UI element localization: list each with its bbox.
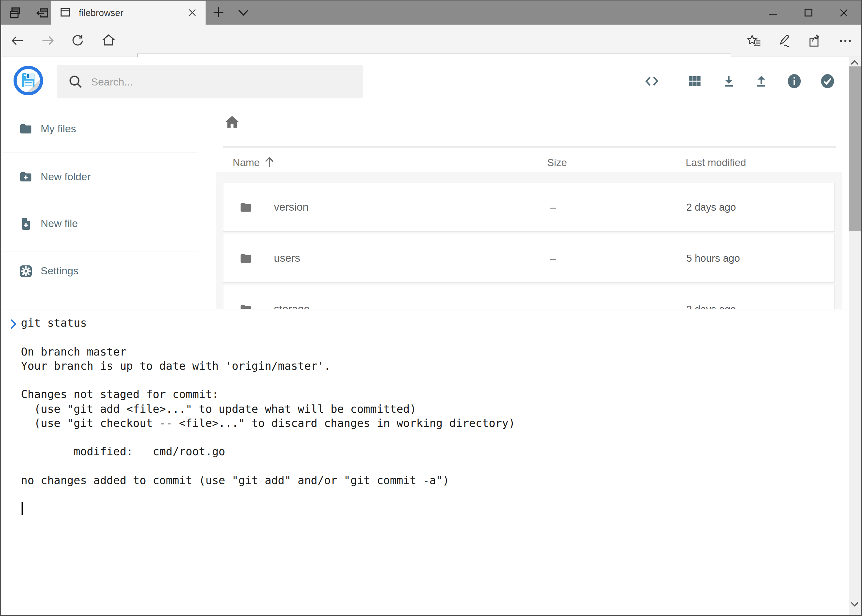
upload-icon[interactable] [753, 73, 769, 89]
file-name: version [274, 201, 309, 214]
file-row-version[interactable]: version – 2 days ago [223, 183, 835, 232]
new-tab-button[interactable] [212, 6, 225, 19]
file-modified: 2 days ago [686, 201, 736, 213]
sidebar-item-settings[interactable]: Settings [0, 256, 198, 286]
download-icon[interactable] [721, 73, 737, 89]
column-header-size[interactable]: Size [547, 157, 567, 168]
navigation-bar: filebrowser.web/files/ [0, 25, 862, 57]
scroll-down-icon[interactable] [850, 600, 859, 608]
app-logo-floppy-icon[interactable] [14, 66, 43, 95]
folder-icon [239, 201, 253, 215]
gear-icon [19, 264, 33, 278]
web-note-pen-button[interactable] [777, 33, 792, 49]
minimize-button[interactable] [768, 9, 778, 16]
breadcrumb-home-icon[interactable] [224, 114, 240, 130]
file-size: – [550, 253, 556, 264]
tab-preview-icon[interactable] [9, 6, 22, 20]
tab-bar: filebrowser [0, 0, 862, 25]
sidebar-item-label: My files [41, 123, 76, 135]
file-listing: version – 2 days ago users – 5 hours ago… [216, 172, 842, 309]
prompt-chevron-icon [9, 318, 17, 330]
app-header [0, 57, 848, 103]
file-modified: 5 hours ago [686, 253, 740, 264]
window-border-left [0, 0, 1, 616]
tab-list-chevron-icon[interactable] [238, 9, 249, 17]
sidebar-item-label: New folder [41, 171, 91, 183]
terminal-output: On branch master Your branch is up to da… [21, 344, 515, 487]
file-plus-icon [19, 216, 33, 231]
sidebar-item-new-file[interactable]: New file [0, 209, 198, 238]
search-box[interactable] [57, 65, 363, 98]
window-border-top [0, 0, 862, 1]
browser-window: filebrowser [0, 0, 862, 616]
folder-icon [19, 122, 33, 137]
select-check-icon[interactable] [819, 72, 836, 90]
close-button[interactable] [840, 9, 848, 17]
sidebar-item-label: New file [41, 217, 78, 230]
file-size: – [550, 201, 556, 213]
scrollbar-thumb[interactable] [848, 66, 861, 231]
forward-button[interactable] [41, 33, 55, 48]
favorites-hub-button[interactable] [747, 33, 762, 49]
set-tabs-aside-icon[interactable] [36, 6, 49, 20]
info-icon[interactable] [786, 72, 803, 90]
share-button[interactable] [807, 33, 822, 49]
sort-ascending-icon[interactable] [263, 155, 276, 168]
folder-icon [239, 251, 253, 266]
file-row-users[interactable]: users – 5 hours ago [223, 234, 835, 283]
sidebar-item-new-folder[interactable]: New folder [0, 162, 198, 192]
tab-close-icon[interactable] [188, 8, 197, 17]
file-name: users [274, 252, 300, 265]
home-button[interactable] [101, 33, 116, 48]
tab-title: filebrowser [79, 7, 188, 17]
column-header-modified[interactable]: Last modified [686, 157, 746, 168]
content-divider [223, 146, 836, 147]
terminal-panel[interactable]: git status On branch master Your branch … [0, 309, 848, 616]
browser-tab[interactable]: filebrowser [51, 0, 206, 25]
tab-favicon [60, 7, 71, 18]
sidebar-item-my-files[interactable]: My files [0, 115, 198, 144]
search-input[interactable] [90, 65, 351, 99]
sidebar-divider [0, 152, 198, 153]
search-icon [68, 74, 84, 90]
terminal-cursor [22, 502, 23, 515]
maximize-button[interactable] [804, 9, 812, 17]
code-brackets-icon[interactable] [644, 73, 660, 89]
sidebar-divider [0, 251, 198, 252]
column-header-name[interactable]: Name [233, 157, 260, 168]
sidebar-item-label: Settings [41, 265, 79, 277]
scroll-up-icon[interactable] [850, 59, 859, 66]
more-options-button[interactable] [838, 33, 853, 49]
grid-view-icon[interactable] [687, 73, 703, 89]
folder-plus-icon [19, 170, 33, 184]
back-button[interactable] [10, 33, 25, 48]
refresh-button[interactable] [70, 33, 85, 48]
terminal-command: git status [21, 316, 87, 330]
